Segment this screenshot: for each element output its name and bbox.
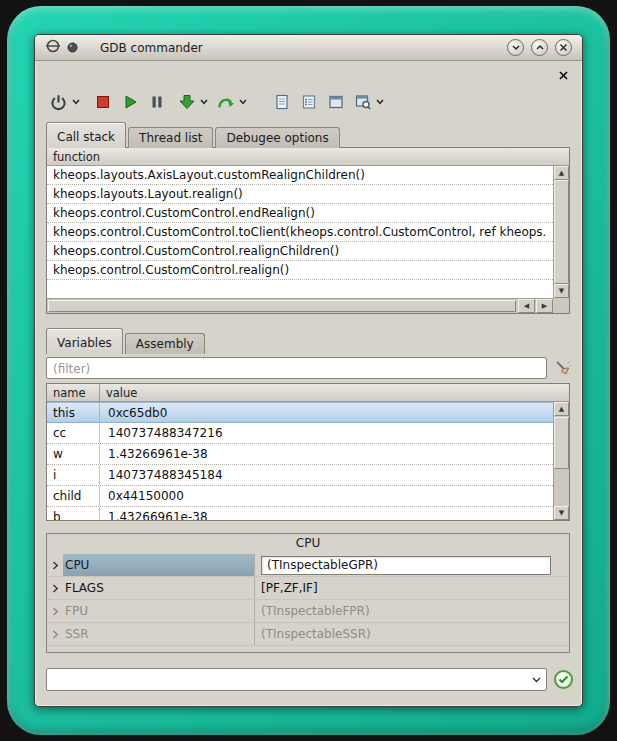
expander-icon[interactable] [47,600,63,622]
scroll-down-button[interactable]: ▼ [554,284,569,298]
column-function: function [47,148,100,165]
scroll-down-button[interactable]: ▼ [554,506,569,520]
command-combobox [46,668,547,691]
call-stack-header: function [47,148,569,166]
variable-value: 1.43266961e-38 [100,444,553,464]
pause-button[interactable] [148,93,166,111]
top-tabbar: Call stack Thread list Debugee options [46,122,342,148]
tab-thread-list[interactable]: Thread list [128,127,213,148]
cpu-register-tree: CPU (TInspectableGPR) FLAGS [PF,ZF,IF] [47,554,569,646]
gdb-commander-window: GDB commander [34,34,583,707]
register-group-name: CPU [63,554,255,576]
variable-row[interactable]: cc 140737488347216 [47,423,553,444]
stop-button[interactable] [94,93,112,111]
tab-assembly[interactable]: Assembly [125,333,205,354]
execute-command-button[interactable] [554,670,573,689]
tab-debugee-options[interactable]: Debugee options [215,127,339,148]
scroll-up-button[interactable]: ▲ [554,166,569,180]
call-stack-row[interactable]: kheops.control.CustomControl.realignChil… [47,242,553,261]
call-stack-row[interactable]: kheops.control.CustomControl.endRealign(… [47,204,553,223]
variable-row[interactable]: child 0x44150000 [47,486,553,507]
debug-toolbar [49,85,393,119]
maximize-button[interactable] [531,39,548,56]
register-group-value: (TInspectableFPR) [255,600,569,622]
call-stack-vertical-scrollbar[interactable]: ▲ ▼ [553,166,569,298]
variable-name: cc [47,423,100,443]
filter-box [46,357,547,379]
cpu-tree-row[interactable]: CPU (TInspectableGPR) [47,554,569,577]
app-icon [45,38,61,58]
run-button[interactable] [121,93,139,111]
call-stack-row[interactable]: kheops.layouts.AxisLayout.customRealignC… [47,166,553,185]
cpu-tree-row[interactable]: SSR (TInspectableSSR) [47,623,569,646]
window-title: GDB commander [100,41,203,55]
shade-button[interactable] [507,39,524,56]
power-button[interactable] [49,93,68,112]
variable-value: 1.43266961e-38 [100,507,553,520]
scroll-thumb[interactable] [48,300,516,312]
register-group-value: (TInspectableSSR) [255,623,569,645]
step-over-button[interactable] [216,93,235,111]
close-button[interactable] [555,39,572,56]
step-into-button[interactable] [178,93,196,111]
variable-name: child [47,486,100,506]
variable-row[interactable]: b 1.43266961e-38 [47,507,553,520]
variable-value: 140737488345184 [100,465,553,485]
report-icon[interactable] [273,93,291,111]
register-group-value: [PF,ZF,IF] [255,577,569,599]
column-value: value [100,384,137,401]
app-badge-icon [67,38,78,57]
cpu-tree-row[interactable]: FPU (TInspectableFPR) [47,600,569,623]
cpu-panel: CPU CPU (TInspectableGPR) FLAGS [46,533,570,653]
variable-name: b [47,507,100,520]
titlebar-buttons [507,39,572,56]
dock-close-icon[interactable] [558,66,569,77]
variable-row[interactable]: this 0xc65db0 [47,402,553,423]
call-stack-horizontal-scrollbar[interactable]: ◀ ▶ [47,298,553,313]
variable-row[interactable]: w 1.43266961e-38 [47,444,553,465]
variables-vertical-scrollbar[interactable]: ▲ ▼ [553,402,569,520]
variable-row[interactable]: i 140737488345184 [47,465,553,486]
register-group-name: SSR [63,623,255,645]
register-group-value-cell: (TInspectableGPR) [255,554,569,576]
cpu-tree-row[interactable]: FLAGS [PF,ZF,IF] [47,577,569,600]
variable-value: 0xc65db0 [100,403,553,422]
register-group-value-editor[interactable]: (TInspectableGPR) [261,556,551,575]
tab-call-stack[interactable]: Call stack [46,122,126,148]
filter-input[interactable] [47,359,546,379]
scroll-up-button[interactable]: ▲ [554,402,569,416]
call-stack-row[interactable]: kheops.control.CustomControl.realign() [47,261,553,280]
scroll-left-button[interactable]: ◀ [518,299,535,313]
expander-icon[interactable] [47,577,63,599]
call-stack-row[interactable]: kheops.control.CustomControl.toClient(kh… [47,223,553,242]
window-search-icon[interactable] [354,93,372,111]
step-into-dropdown-icon[interactable] [200,99,208,105]
titlebar[interactable]: GDB commander [35,35,582,61]
variable-name: this [47,403,100,422]
scroll-thumb[interactable] [554,180,569,284]
register-group-name: FPU [63,600,255,622]
step-over-dropdown-icon[interactable] [239,99,247,105]
clear-filter-icon[interactable] [553,358,573,378]
call-stack-row[interactable]: kheops.layouts.Layout.realign() [47,185,553,204]
variables-header: name value [47,384,569,402]
scroll-right-button[interactable]: ▶ [536,299,553,313]
tab-variables[interactable]: Variables [46,328,123,354]
expander-icon[interactable] [47,623,63,645]
list-icon[interactable] [300,93,318,111]
middle-tabbar: Variables Assembly [46,328,207,354]
power-dropdown-icon[interactable] [72,99,80,105]
variable-value: 140737488347216 [100,423,553,443]
expander-icon[interactable] [47,554,63,576]
combo-dropdown-icon[interactable] [526,669,546,690]
command-input[interactable] [47,669,526,690]
window-search-dropdown-icon[interactable] [376,99,384,105]
call-stack-panel: function kheops.layouts.AxisLayout.custo… [46,147,570,314]
column-name: name [47,384,100,401]
screen: GDB commander [0,0,617,741]
variable-name: w [47,444,100,464]
scroll-thumb[interactable] [554,417,569,469]
call-stack-list: kheops.layouts.AxisLayout.customRealignC… [47,166,553,298]
window-icon[interactable] [327,93,345,111]
variable-name: i [47,465,100,485]
